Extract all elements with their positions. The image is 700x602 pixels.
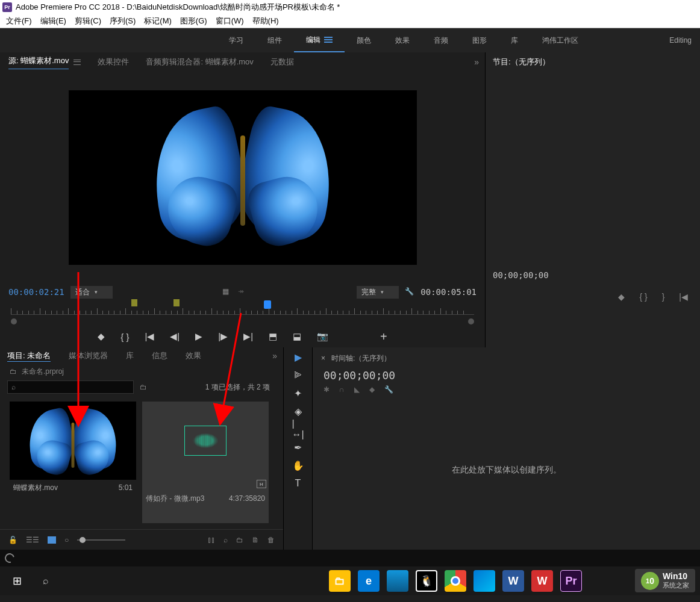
list-view-icon[interactable]: ☰☰ <box>26 536 39 544</box>
find-icon[interactable]: ⌕ <box>223 536 228 544</box>
pen-tool-icon[interactable]: ✒ <box>292 441 304 453</box>
hand-tool-icon[interactable]: ✋ <box>292 459 304 471</box>
marker-icon[interactable] <box>131 299 137 306</box>
ws-assembly[interactable]: 组件 <box>255 28 294 52</box>
edge-legacy-icon[interactable]: e <box>358 570 380 592</box>
quality-dropdown[interactable]: 完整▾ <box>357 286 399 299</box>
menubar: 文件(F) 编辑(E) 剪辑(C) 序列(S) 标记(M) 图形(G) 窗口(W… <box>0 14 700 28</box>
source-scrollbar[interactable] <box>11 317 474 326</box>
wrench-icon[interactable]: 🔧 <box>384 385 393 394</box>
ripple-tool-icon[interactable]: ✦ <box>292 387 304 399</box>
creative-cloud-icon[interactable] <box>3 551 16 565</box>
sort-icon[interactable]: ⫿⫿ <box>208 536 215 544</box>
bin-icon[interactable]: 🗀 <box>140 383 147 391</box>
ws-custom[interactable]: 鸿伟工作区 <box>530 28 590 52</box>
tab-audio-mixer[interactable]: 音频剪辑混合器: 蝴蝶素材.mov <box>146 57 253 67</box>
ws-edit[interactable]: 编辑 <box>294 28 345 52</box>
export-frame-icon[interactable]: 📷 <box>317 331 328 342</box>
source-preview[interactable] <box>0 72 485 284</box>
edge-icon[interactable] <box>473 570 495 592</box>
menu-window[interactable]: 窗口(W) <box>216 16 244 26</box>
chrome-icon[interactable] <box>445 570 466 592</box>
brackets-icon[interactable]: { } <box>639 292 647 302</box>
wrench-icon[interactable]: 🔧 <box>405 287 414 297</box>
timeline-timecode[interactable]: 00;00;00;00 <box>323 369 692 382</box>
tab-source[interactable]: 源: 蝴蝶素材.mov <box>8 55 69 69</box>
playhead-icon[interactable] <box>264 300 271 309</box>
premiere-icon[interactable]: Pr <box>560 570 582 592</box>
mark-in-icon[interactable]: ◆ <box>98 331 105 342</box>
link-icon[interactable]: ∩ <box>339 385 345 394</box>
search-input[interactable]: ⌕ <box>7 380 134 394</box>
step-back-icon[interactable]: ◀| <box>170 331 180 342</box>
ws-graphics[interactable]: 图形 <box>460 28 499 52</box>
selection-tool-icon[interactable]: ▶ <box>292 351 304 363</box>
insert-icon[interactable]: ⬒ <box>269 331 277 342</box>
menu-file[interactable]: 文件(F) <box>6 16 32 26</box>
menu-sequence[interactable]: 序列(S) <box>110 16 136 26</box>
qq-icon[interactable]: 🐧 <box>416 570 437 592</box>
goto-icon[interactable]: |◀ <box>679 292 688 302</box>
timeline-drop-hint[interactable]: 在此处放下媒体以创建序列。 <box>321 394 692 546</box>
start-button[interactable]: ⊞ <box>5 569 29 593</box>
wps-icon[interactable]: W <box>531 570 553 592</box>
marker-tool-icon[interactable]: ◣ <box>354 385 360 394</box>
settings-icon[interactable]: ▦ <box>222 287 232 297</box>
tab-library[interactable]: 库 <box>126 350 134 361</box>
icon-view-icon[interactable] <box>48 536 56 544</box>
tab-info[interactable]: 信息 <box>152 350 167 361</box>
ws-learn[interactable]: 学习 <box>217 28 255 52</box>
trash-icon[interactable]: 🗑 <box>267 536 275 544</box>
program-timecode[interactable]: 00;00;00;00 <box>493 270 700 280</box>
menu-marker[interactable]: 标记(M) <box>144 16 172 26</box>
taskbar-search-icon[interactable]: ⌕ <box>34 576 58 586</box>
track-select-tool-icon[interactable]: ⫸ <box>292 369 304 381</box>
chevron-right-icon[interactable]: » <box>272 351 277 361</box>
new-item-icon[interactable]: 🗎 <box>252 536 259 544</box>
ws-audio[interactable]: 音频 <box>422 28 460 52</box>
ws-color[interactable]: 颜色 <box>345 28 383 52</box>
close-icon[interactable]: × <box>321 354 325 362</box>
tag-icon[interactable]: ◆ <box>369 385 375 394</box>
ws-effects[interactable]: 效果 <box>383 28 422 52</box>
qq-browser-icon[interactable] <box>387 570 408 592</box>
clip-audio[interactable]: H 傅如乔 - 微微.mp3 4:37:35820 <box>142 402 269 523</box>
clip-video[interactable]: 蝴蝶素材.mov 5:01 <box>10 402 136 523</box>
word-icon[interactable]: W <box>502 570 524 592</box>
goto-out-icon[interactable]: ▶| <box>243 331 253 342</box>
snap-icon[interactable]: ✱ <box>323 385 330 394</box>
source-ruler[interactable] <box>11 303 474 315</box>
menu-clip[interactable]: 剪辑(C) <box>75 16 101 26</box>
play-icon[interactable]: ▶ <box>195 331 202 342</box>
add-button-icon[interactable]: + <box>380 330 387 344</box>
chevron-right-icon[interactable]: » <box>474 57 479 67</box>
tab-media-browser[interactable]: 媒体浏览器 <box>69 350 108 361</box>
menu-graphics[interactable]: 图形(G) <box>180 16 207 26</box>
tab-effects[interactable]: 效果 <box>186 350 201 361</box>
step-icon[interactable]: ↠ <box>238 287 248 297</box>
tab-effect-controls[interactable]: 效果控件 <box>98 57 129 67</box>
marker-icon[interactable] <box>173 299 180 306</box>
menu-edit[interactable]: 编辑(E) <box>40 16 66 26</box>
tab-metadata[interactable]: 元数据 <box>270 57 294 67</box>
menu-help[interactable]: 帮助(H) <box>252 16 279 26</box>
step-forward-icon[interactable]: |▶ <box>218 331 228 342</box>
source-timecode-left[interactable]: 00:00:02:21 <box>8 287 64 297</box>
slip-tool-icon[interactable]: |↔| <box>292 423 304 435</box>
hamburger-icon[interactable] <box>73 60 81 65</box>
zoom-slider[interactable] <box>77 539 125 541</box>
mark-in-icon[interactable]: ◆ <box>618 292 625 302</box>
mark-out-icon[interactable]: { } <box>120 332 129 342</box>
file-explorer-icon[interactable]: 🗀 <box>329 570 351 592</box>
type-tool-icon[interactable]: T <box>292 477 304 489</box>
goto-in-icon[interactable]: |◀ <box>145 331 154 342</box>
new-bin-icon[interactable]: 🗀 <box>236 536 243 544</box>
razor-tool-icon[interactable]: ◈ <box>292 405 304 417</box>
bracket-icon[interactable]: } <box>662 292 665 302</box>
fit-dropdown[interactable]: 适合▾ <box>70 286 113 299</box>
ws-library[interactable]: 库 <box>499 28 530 52</box>
overwrite-icon[interactable]: ⬓ <box>293 331 301 342</box>
tab-project[interactable]: 项目: 未命名 <box>7 350 51 362</box>
freeform-view-icon[interactable]: ○ <box>64 536 69 544</box>
lock-icon[interactable]: 🔓 <box>8 536 17 544</box>
